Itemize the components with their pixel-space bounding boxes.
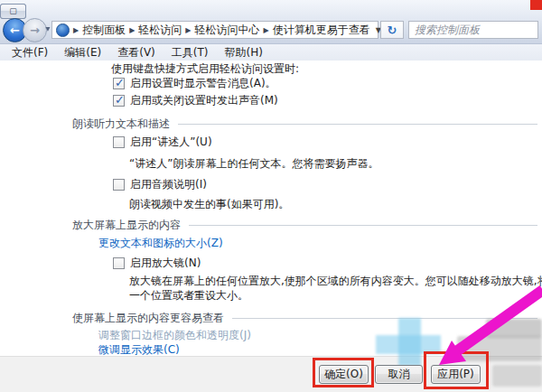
- audio-description-checkbox-row[interactable]: ✓ 启用音频说明(I): [113, 177, 207, 192]
- checkbox-icon[interactable]: ✓: [113, 78, 125, 89]
- maximize-button[interactable]: ▢: [0, 4, 26, 19]
- apply-button[interactable]: 应用(P): [431, 365, 481, 384]
- magnifier-description-line1: 放大镜在屏幕上的任何位置放大,使那个区域的所有内容变大。您可以随处移动放大镜,将…: [129, 274, 542, 289]
- section-see-title: 使屏幕上显示的内容更容易查看: [72, 311, 224, 326]
- narrator-description: “讲述人”朗读屏幕上的任何文本。您将需要扬声器。: [129, 156, 378, 172]
- breadcrumb-current-page[interactable]: 使计算机更易于查看: [270, 23, 373, 38]
- ease-of-access-icon: [56, 23, 70, 37]
- breadcrumb-ease-of-access[interactable]: 轻松访问: [136, 23, 184, 38]
- recent-pages-caret[interactable]: ▼: [46, 26, 51, 33]
- window-border-color-link[interactable]: 调整窗口边框的颜色和透明度(J): [98, 328, 251, 343]
- audio-description-text: 朗读视频中发生的事(如果可用)。: [129, 197, 289, 212]
- sound-checkbox-row[interactable]: ✓ 启用或关闭设置时发出声音(M): [113, 93, 278, 108]
- forward-icon: →: [30, 23, 40, 37]
- search-input[interactable]: [409, 22, 537, 38]
- cancel-button[interactable]: 取消: [375, 365, 423, 384]
- breadcrumb-separator-icon: ▶: [72, 26, 79, 34]
- intro-text: 使用键盘快捷方式启用轻松访问设置时:: [111, 61, 299, 77]
- back-icon: ←: [10, 23, 20, 37]
- address-bar[interactable]: ▶ 控制面板 ▶ 轻松访问 ▶ 轻松访问中心 ▶ 使计算机更易于查看 ▼: [51, 21, 378, 39]
- menu-help[interactable]: 帮助(H): [217, 44, 271, 61]
- section-see-header: 使屏幕上显示的内容更容易查看: [72, 311, 537, 326]
- search-box: [408, 21, 538, 39]
- maximize-icon: ▢: [9, 7, 17, 15]
- menu-file[interactable]: 文件(F): [4, 44, 56, 61]
- magnifier-label: 启用放大镜(N): [130, 256, 201, 271]
- refresh-button[interactable]: ↻: [380, 21, 404, 39]
- red-corner-annotation: [530, 0, 542, 10]
- warning-message-checkbox-row[interactable]: ✓ 启用设置时显示警告消息(A)。: [113, 76, 276, 91]
- checkbox-icon[interactable]: ✓: [113, 179, 125, 191]
- ease-of-access-window: — ▢ ← → ▼ ▶ 控制面板 ▶ 轻松访问 ▶ 轻松访问中心 ▶ 使计算机更…: [0, 0, 542, 392]
- section-magnify-title: 放大屏幕上显示的内容: [72, 218, 181, 233]
- menu-edit[interactable]: 编辑(E): [56, 44, 109, 61]
- change-text-size-link[interactable]: 更改文本和图标的大小(Z): [98, 236, 223, 251]
- ok-button[interactable]: 确定(O): [319, 365, 369, 384]
- sound-label: 启用或关闭设置时发出声音(M): [130, 93, 278, 108]
- settings-content: 使用键盘快捷方式启用轻松访问设置时: ✓ 启用设置时显示警告消息(A)。 ✓ 启…: [0, 61, 542, 357]
- section-hear-title: 朗读听力文本和描述: [72, 117, 170, 132]
- breadcrumb-separator-icon: ▶: [262, 26, 269, 34]
- checkbox-icon[interactable]: ✓: [113, 95, 125, 107]
- breadcrumb-ease-of-access-center[interactable]: 轻松访问中心: [192, 23, 262, 38]
- checkbox-icon[interactable]: ✓: [113, 136, 125, 148]
- magnifier-description-line2: 一个位置或者重设大小。: [129, 288, 248, 303]
- check-icon: ✓: [115, 93, 125, 107]
- menu-tools[interactable]: 工具(T): [164, 44, 217, 61]
- audio-description-label: 启用音频说明(I): [130, 177, 207, 192]
- check-icon: ✓: [115, 76, 125, 89]
- magnifier-checkbox-row[interactable]: ✓ 启用放大镜(N): [113, 256, 201, 271]
- breadcrumb-control-panel[interactable]: 控制面板: [79, 23, 128, 38]
- narrator-checkbox-row[interactable]: ✓ 启用“讲述人”(U): [113, 135, 212, 150]
- breadcrumb-separator-icon: ▶: [184, 26, 192, 34]
- menu-view[interactable]: 查看(V): [109, 44, 164, 61]
- refresh-icon: ↻: [388, 23, 397, 37]
- chevron-down-icon: ▼: [46, 26, 51, 33]
- section-magnify-header: 放大屏幕上显示的内容: [72, 218, 537, 233]
- section-hear-header: 朗读听力文本和描述: [72, 117, 537, 132]
- narrator-label: 启用“讲述人”(U): [130, 135, 212, 150]
- breadcrumb-separator-icon: ▶: [128, 26, 136, 34]
- window-chrome: — ▢ ← → ▼ ▶ 控制面板 ▶ 轻松访问 ▶ 轻松访问中心 ▶ 使计算机更…: [0, 0, 542, 44]
- warning-message-label: 启用设置时显示警告消息(A)。: [130, 76, 276, 91]
- menu-bar: 文件(F) 编辑(E) 查看(V) 工具(T) 帮助(H): [0, 44, 542, 61]
- checkbox-icon[interactable]: ✓: [113, 257, 125, 269]
- forward-button[interactable]: →: [23, 18, 47, 42]
